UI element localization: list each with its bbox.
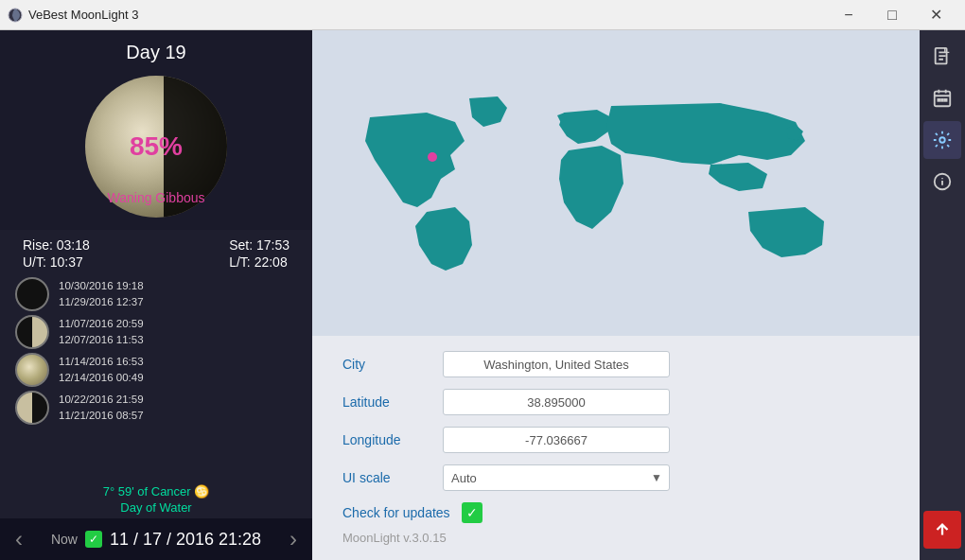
phase-list: 10/30/2016 19:18 11/29/2016 12:37 11/07/… (0, 273, 312, 479)
ui-scale-select[interactable]: Auto 100% 125% 150% (443, 464, 670, 491)
lon-label: Longitude (342, 432, 428, 447)
last-quarter-icon (15, 391, 49, 425)
full-moon-icon (15, 353, 49, 387)
list-item: 11/07/2016 20:59 12/07/2016 11:53 (15, 315, 297, 349)
lat-label: Latitude (342, 394, 428, 410)
date-display: Now ✓ 11 / 17 / 2016 21:28 (51, 530, 261, 550)
moon-percentage: 85% (130, 131, 183, 162)
set-col: Set: 17:53 L/T: 22:08 (229, 237, 290, 270)
check-label: Check for updates (342, 505, 450, 520)
first-quarter-icon (15, 315, 49, 349)
right-sidebar (920, 30, 965, 560)
version-text: MoonLight v.3.0.15 (342, 531, 889, 545)
city-label: City (342, 357, 428, 372)
svg-rect-5 (941, 99, 943, 101)
close-button[interactable]: ✕ (914, 0, 957, 30)
app-icon (8, 8, 23, 23)
check-updates-checkbox[interactable]: ✓ (462, 502, 482, 523)
upload-button[interactable] (923, 511, 961, 549)
titlebar: VeBest MoonLight 3 − □ ✕ (0, 0, 965, 30)
ut-label: U/T: 10:37 (23, 254, 90, 270)
rise-set-info: Rise: 03:18 U/T: 10:37 Set: 17:53 L/T: 2… (0, 230, 312, 273)
ui-select-wrapper: Auto 100% 125% 150% ▼ (443, 464, 670, 491)
map-area[interactable] (312, 30, 920, 336)
lat-input[interactable] (443, 389, 670, 415)
app-title: VeBest MoonLight 3 (28, 8, 138, 22)
bottom-bar: ‹ Now ✓ 11 / 17 / 2016 21:28 › (0, 518, 312, 560)
rise-col: Rise: 03:18 U/T: 10:37 (23, 237, 90, 270)
minimize-button[interactable]: − (827, 0, 870, 30)
titlebar-left: VeBest MoonLight 3 (8, 8, 138, 23)
settings-button[interactable] (923, 121, 961, 159)
current-date: 11 / 17 / 2016 21:28 (110, 530, 261, 550)
now-label: Now (51, 532, 78, 547)
info-button[interactable] (923, 163, 961, 201)
check-row: Check for updates ✓ (342, 502, 889, 523)
city-input[interactable] (443, 351, 670, 377)
list-item: 10/22/2016 21:59 11/21/2016 08:57 (15, 391, 297, 425)
checkmark-icon: ✓ (466, 505, 478, 520)
prev-arrow[interactable]: ‹ (15, 526, 23, 552)
calendar-button[interactable] (923, 79, 961, 117)
main-content: Day 19 85% Waning Gibbous Rise: 03:18 U/… (0, 30, 965, 560)
moon-sign: 7° 59' of Cancer ♋ (0, 479, 312, 500)
world-map (342, 89, 890, 278)
now-badge: ✓ (85, 531, 102, 548)
rise-label: Rise: 03:18 (23, 237, 90, 253)
lon-input[interactable] (443, 427, 670, 453)
svg-rect-4 (938, 99, 939, 101)
world-map-svg (342, 89, 890, 278)
doc-button[interactable] (923, 38, 961, 76)
set-label: Set: 17:53 (229, 237, 290, 253)
moon-section: Day 19 85% Waning Gibbous (0, 30, 312, 230)
svg-point-7 (939, 137, 945, 143)
next-arrow[interactable]: › (290, 526, 297, 552)
lon-row: Longitude (342, 427, 889, 453)
moon-container: 85% Waning Gibbous (80, 71, 232, 222)
lat-row: Latitude (342, 389, 889, 415)
left-panel: Day 19 85% Waning Gibbous Rise: 03:18 U/… (0, 30, 312, 560)
moon-phase-label: Waning Gibbous (108, 190, 205, 205)
lt-label: L/T: 22:08 (229, 254, 290, 270)
city-row: City (342, 351, 889, 377)
day-label: Day 19 (126, 42, 185, 63)
titlebar-controls: − □ ✕ (827, 0, 957, 30)
svg-rect-6 (945, 99, 947, 101)
list-item: 10/30/2016 19:18 11/29/2016 12:37 (15, 277, 297, 311)
last-quarter-dates: 10/22/2016 21:59 11/21/2016 08:57 (59, 392, 144, 425)
upload-icon (932, 519, 953, 540)
full-moon-dates: 11/14/2016 16:53 12/14/2016 00:49 (59, 354, 144, 387)
right-panel: City Latitude Longitude UI scale Auto 10… (312, 30, 920, 560)
settings-area: City Latitude Longitude UI scale Auto 10… (312, 336, 920, 560)
location-dot (428, 152, 437, 162)
day-of-water: Day of Water (0, 500, 312, 518)
ui-label: UI scale (342, 470, 428, 485)
gear-icon (932, 130, 953, 150)
calendar-icon (932, 88, 953, 109)
maximize-button[interactable]: □ (870, 0, 914, 30)
list-item: 11/14/2016 16:53 12/14/2016 00:49 (15, 353, 297, 387)
first-quarter-dates: 11/07/2016 20:59 12/07/2016 11:53 (59, 316, 144, 349)
new-moon-dates: 10/30/2016 19:18 11/29/2016 12:37 (59, 278, 144, 311)
doc-icon (932, 46, 953, 67)
new-moon-icon (15, 277, 49, 311)
ui-scale-row: UI scale Auto 100% 125% 150% ▼ (342, 464, 889, 491)
info-icon (932, 171, 953, 192)
